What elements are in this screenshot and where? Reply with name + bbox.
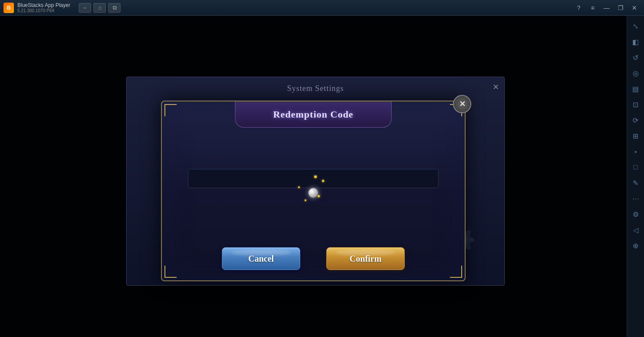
minimize-button[interactable]: — xyxy=(600,3,613,13)
confirm-button[interactable]: Confirm xyxy=(326,247,405,270)
sidebar-settings-icon[interactable]: ⚙ xyxy=(629,207,643,221)
app-name: BlueStacks App Player xyxy=(17,2,70,8)
spinner-area xyxy=(162,141,465,245)
settings-close-button[interactable]: ✕ xyxy=(493,82,499,92)
sidebar-apk-icon[interactable]: ▤ xyxy=(629,82,643,96)
sidebar-record-icon[interactable]: ⟳ xyxy=(629,113,643,127)
spark-3 xyxy=(298,186,300,188)
sidebar-menu-icon[interactable]: ⋯ xyxy=(629,192,643,206)
sidebar: ⤡ ◧ ↺ ◎ ▤ ⊡ ⟳ ⊞ ⋆ □ ✎ ⋯ ⚙ ◁ ⊕ xyxy=(627,16,644,337)
redemption-dialog: Redemption Code ✕ Cancel xyxy=(161,101,466,281)
sidebar-star-icon[interactable]: ⋆ xyxy=(629,145,643,158)
back-button[interactable]: ← xyxy=(79,3,91,13)
sidebar-portrait-icon[interactable]: ◧ xyxy=(629,35,643,49)
menu-button[interactable]: ≡ xyxy=(587,3,599,13)
sidebar-capture-icon[interactable]: □ xyxy=(629,160,643,174)
titlebar-nav: ← ⌂ ⧉ xyxy=(79,3,121,13)
cancel-btn-highlight xyxy=(231,249,291,256)
spark-5 xyxy=(305,199,306,201)
sidebar-resize-icon[interactable]: ⤡ xyxy=(629,19,643,33)
help-button[interactable]: ? xyxy=(573,3,585,13)
dialog-buttons: Cancel Confirm xyxy=(162,247,465,270)
cancel-button[interactable]: Cancel xyxy=(222,247,300,270)
corner-tl-decoration xyxy=(164,104,177,116)
spinner-ball xyxy=(309,188,318,198)
spinner-center xyxy=(292,171,335,215)
dialog-close-button[interactable]: ✕ xyxy=(453,95,471,113)
confirm-btn-highlight xyxy=(335,249,396,256)
sidebar-edit-icon[interactable]: ✎ xyxy=(629,176,643,190)
sidebar-refresh-icon[interactable]: ↺ xyxy=(629,51,643,64)
close-button[interactable]: ✕ xyxy=(628,3,641,13)
spark-1 xyxy=(314,175,317,178)
sidebar-back-icon[interactable]: ◁ xyxy=(629,223,643,237)
dialog-title: Redemption Code xyxy=(273,109,353,120)
logo-text: B xyxy=(7,5,11,11)
system-settings-title: System Settings xyxy=(287,84,344,93)
spark-4 xyxy=(318,195,320,197)
dialog-title-area: Redemption Code xyxy=(235,101,392,128)
sidebar-screen-icon[interactable]: ⊡ xyxy=(629,98,643,111)
spark-2 xyxy=(322,180,324,182)
titlebar: B BlueStacks App Player 5.21.300.1070 P6… xyxy=(0,0,644,16)
main-area: System Settings ✕ Redemption Code ✕ xyxy=(0,16,627,337)
sidebar-add-icon[interactable]: ⊕ xyxy=(629,239,643,253)
app-version: 5.21.300.1070 P64 xyxy=(17,8,70,13)
sidebar-multiwindow-icon[interactable]: ⊞ xyxy=(629,129,643,143)
app-logo: B xyxy=(3,3,14,13)
titlebar-right: ? ≡ — ❐ ✕ xyxy=(573,3,641,13)
home-button[interactable]: ⌂ xyxy=(94,3,106,13)
close-icon: ✕ xyxy=(459,99,466,109)
multi-window-button[interactable]: ⧉ xyxy=(108,3,121,13)
sidebar-target-icon[interactable]: ◎ xyxy=(629,66,643,80)
maximize-button[interactable]: ❐ xyxy=(614,3,627,13)
titlebar-left: B BlueStacks App Player 5.21.300.1070 P6… xyxy=(3,2,121,13)
